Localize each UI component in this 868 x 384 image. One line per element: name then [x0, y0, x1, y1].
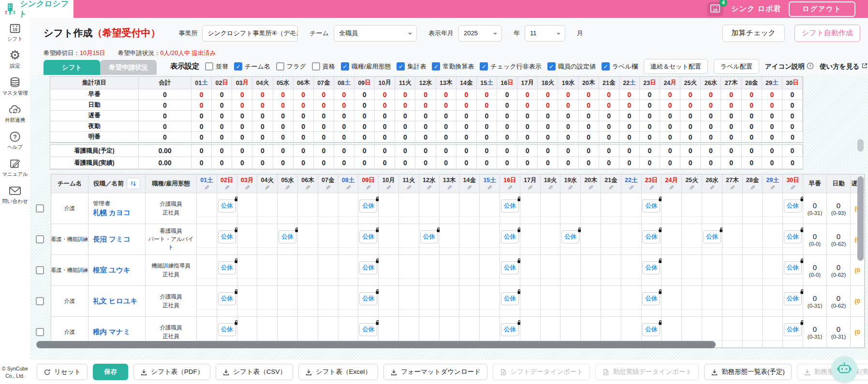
edit-day-pencil-icon[interactable]: ✎: [790, 185, 795, 191]
edit-day-pencil-icon[interactable]: ✎: [730, 185, 735, 191]
edit-day-pencil-icon[interactable]: ✎: [750, 185, 755, 191]
shift-cell[interactable]: [682, 286, 702, 317]
shift-cell[interactable]: [581, 193, 601, 224]
shift-cell[interactable]: [763, 286, 783, 317]
shift-cell[interactable]: [399, 255, 419, 286]
shift-cell[interactable]: [520, 286, 541, 317]
shift-cell[interactable]: [318, 286, 338, 317]
edit-day-pencil-icon[interactable]: ✎: [204, 185, 209, 191]
shift-import-button[interactable]: シフトデータインポート: [493, 364, 590, 380]
edit-day-pencil-icon[interactable]: ✎: [467, 185, 472, 191]
shift-cell[interactable]: 公休: [783, 255, 803, 286]
staff-row-checkbox[interactable]: [36, 204, 44, 213]
edit-day-pencil-icon[interactable]: ✎: [649, 185, 654, 191]
shift-cell[interactable]: [379, 193, 399, 224]
edit-day-pencil-icon[interactable]: ✎: [427, 185, 432, 191]
sidebar-item-settings[interactable]: ⚙設定: [0, 49, 30, 70]
attendance-import-button[interactable]: 勤怠実績データインポート: [595, 364, 699, 380]
shift-cell[interactable]: 公休: [217, 286, 237, 317]
sidebar-item-help[interactable]: ?ヘルプ: [0, 130, 30, 151]
shift-cell[interactable]: [601, 193, 621, 224]
auto-create-shift-button[interactable]: シフト自動作成: [794, 25, 860, 42]
staff-row-checkbox[interactable]: [36, 266, 44, 274]
vertical-scrollbar-upper[interactable]: [857, 139, 864, 152]
shift-cell[interactable]: [662, 224, 682, 255]
public-holiday-badge[interactable]: 公休: [642, 199, 660, 213]
shift-cell[interactable]: [278, 255, 298, 286]
public-holiday-badge[interactable]: 公休: [501, 230, 519, 243]
staff-name-link[interactable]: 稚内 マナミ: [93, 327, 131, 337]
shift-cell[interactable]: [722, 224, 743, 255]
public-holiday-badge[interactable]: 公休: [703, 230, 721, 243]
display-checkbox-3[interactable]: フラグ: [276, 62, 306, 71]
display-checkbox-7[interactable]: ✓常勤換算表: [432, 62, 474, 71]
vertical-scrollbar[interactable]: [857, 176, 864, 261]
shift-cell[interactable]: [520, 193, 541, 224]
public-holiday-badge[interactable]: 公休: [359, 323, 377, 336]
year-select[interactable]: 2025: [458, 25, 502, 42]
staff-row-checkbox[interactable]: [36, 328, 44, 336]
csv-button[interactable]: シフト表（CSV）: [216, 364, 293, 380]
format-download-button[interactable]: フォーマットダウンロード: [383, 364, 487, 380]
staff-row-checkbox[interactable]: [36, 297, 44, 305]
shift-cell[interactable]: [743, 255, 763, 286]
shift-cell[interactable]: [338, 255, 359, 286]
sidebar-item-shift[interactable]: 15シフト: [0, 22, 30, 43]
shift-cell[interactable]: [702, 286, 722, 317]
shift-cell[interactable]: [662, 255, 682, 286]
app-logo[interactable]: シンクロシフト: [0, 0, 74, 18]
shift-cell[interactable]: [459, 224, 480, 255]
shift-cell[interactable]: 公休: [217, 255, 237, 286]
shift-cell[interactable]: [702, 193, 722, 224]
edit-day-pencil-icon[interactable]: ✎: [346, 185, 351, 191]
edit-day-pencil-icon[interactable]: ✎: [245, 185, 250, 191]
shift-cell[interactable]: [480, 193, 500, 224]
public-holiday-badge[interactable]: 公休: [642, 292, 660, 305]
shift-cell[interactable]: [318, 224, 338, 255]
shift-cell[interactable]: [520, 224, 541, 255]
shift-cell[interactable]: [541, 286, 561, 317]
shift-cell[interactable]: [541, 224, 561, 255]
shift-cell[interactable]: [440, 224, 460, 255]
shift-cell[interactable]: 公休: [217, 224, 237, 255]
shift-cell[interactable]: [601, 286, 621, 317]
month-select[interactable]: 11: [525, 25, 565, 42]
edit-day-pencil-icon[interactable]: ✎: [588, 185, 593, 191]
shift-cell[interactable]: [560, 255, 581, 286]
edit-day-pencil-icon[interactable]: ✎: [709, 185, 715, 191]
shift-cell[interactable]: [237, 193, 258, 224]
sidebar-item-external[interactable]: 外部連携: [0, 103, 30, 124]
shift-cell[interactable]: [197, 255, 217, 286]
shift-cell[interactable]: [722, 317, 743, 348]
pdf-button[interactable]: シフト表（PDF）: [133, 364, 210, 380]
logout-button[interactable]: ログアウト: [789, 1, 855, 17]
shift-cell[interactable]: 公休: [419, 224, 440, 255]
sidebar-item-contact[interactable]: 問い合わせ: [0, 184, 30, 205]
public-holiday-badge[interactable]: 公休: [218, 230, 236, 243]
shift-cell[interactable]: 公休: [702, 224, 722, 255]
shift-cell[interactable]: [702, 255, 722, 286]
public-holiday-badge[interactable]: 公休: [218, 323, 236, 336]
shift-cell[interactable]: [560, 286, 581, 317]
shift-cell[interactable]: [197, 224, 217, 255]
shift-cell[interactable]: [601, 224, 621, 255]
shift-cell[interactable]: [459, 255, 480, 286]
public-holiday-badge[interactable]: 公休: [218, 199, 236, 213]
notification-calendar-icon[interactable]: 15 4: [707, 2, 723, 16]
public-holiday-badge[interactable]: 公休: [359, 199, 377, 213]
public-holiday-badge[interactable]: 公休: [501, 199, 519, 213]
shift-cell[interactable]: [298, 224, 318, 255]
shift-cell[interactable]: 公休: [560, 224, 581, 255]
display-checkbox-6[interactable]: ✓集計表: [397, 62, 426, 71]
shift-cell[interactable]: [298, 286, 318, 317]
shift-cell[interactable]: [722, 255, 743, 286]
shift-cell[interactable]: 公休: [500, 224, 520, 255]
shift-cell[interactable]: [763, 255, 783, 286]
edit-day-pencil-icon[interactable]: ✎: [447, 185, 452, 191]
shift-cell[interactable]: [298, 255, 318, 286]
edit-day-pencil-icon[interactable]: ✎: [528, 185, 533, 191]
shift-cell[interactable]: 公休: [783, 317, 803, 348]
shift-cell[interactable]: 公休: [783, 193, 803, 224]
shift-cell[interactable]: [278, 286, 298, 317]
shift-cell[interactable]: [763, 317, 783, 348]
